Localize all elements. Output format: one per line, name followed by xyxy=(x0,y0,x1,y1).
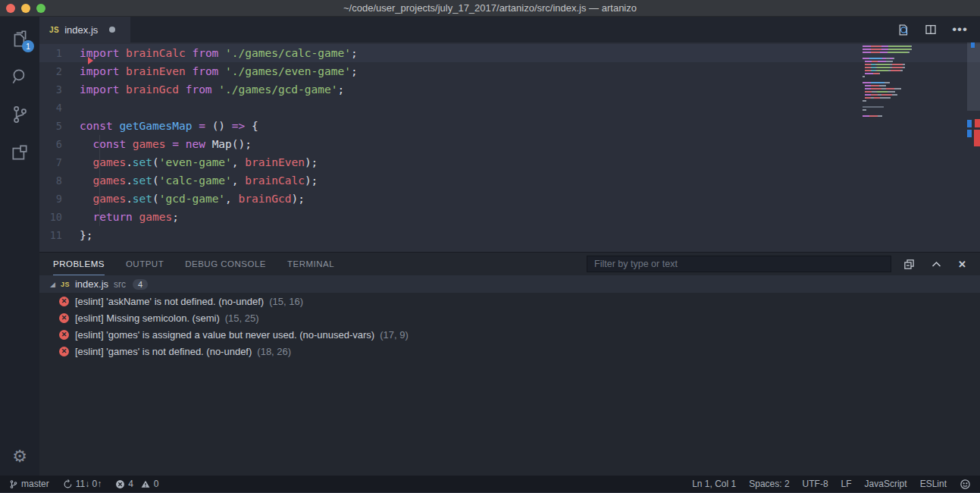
collapse-all-icon[interactable] xyxy=(903,259,915,270)
code-line[interactable]: 5const getGamesMap = () => { xyxy=(39,117,980,135)
problems-file-group[interactable]: ◢ JS index.js src 4 xyxy=(39,275,980,293)
minimap-row xyxy=(863,64,931,65)
code-line[interactable]: 1import brainCalc from './games/calc-gam… xyxy=(39,44,980,62)
problem-row[interactable]: ✕[eslint] 'askName' is not defined. (no-… xyxy=(39,293,980,309)
code-line[interactable]: 9 games.set('gcd-game', brainGcd); xyxy=(39,190,980,208)
problems-file-folder: src xyxy=(114,279,126,290)
line-number: 10 xyxy=(39,208,80,226)
panel-tab-problems[interactable]: PROBLEMS xyxy=(53,253,105,275)
overview-modified-marker xyxy=(967,120,972,127)
problems-indicator[interactable]: 4 0 xyxy=(115,479,158,489)
minimap-row xyxy=(863,46,931,47)
expand-twisty-icon[interactable]: ◢ xyxy=(50,281,55,288)
minimize-window-button[interactable] xyxy=(21,4,30,13)
status-item-utf-8[interactable]: UTF-8 xyxy=(803,479,828,489)
panel-tab-terminal[interactable]: TERMINAL xyxy=(287,253,334,275)
status-item-ln-1-col-1[interactable]: Ln 1, Col 1 xyxy=(692,479,736,489)
error-icon: ✕ xyxy=(59,347,69,356)
status-item-javascript[interactable]: JavaScript xyxy=(865,479,907,489)
explorer-icon[interactable]: 1 xyxy=(8,27,31,50)
tab-indexjs[interactable]: JS index.js xyxy=(39,17,130,42)
problem-message: [eslint] 'gomes' is assigned a value but… xyxy=(75,329,374,341)
explorer-badge: 1 xyxy=(22,40,34,52)
status-item-spaces-2[interactable]: Spaces: 2 xyxy=(749,479,789,489)
problem-row[interactable]: ✕[eslint] Missing semicolon. (semi)(15, … xyxy=(39,309,980,326)
code-line[interactable]: 4 xyxy=(39,99,980,117)
problem-position: (18, 26) xyxy=(257,346,291,357)
activity-bar: 1 ⚙ xyxy=(0,17,39,476)
tab-label: index.js xyxy=(64,24,98,36)
line-text: import brainEven from './games/even-game… xyxy=(80,62,358,80)
line-text: const games = new Map(); xyxy=(80,135,252,153)
editor-scrollbar[interactable] xyxy=(967,42,980,252)
code-line[interactable]: 11}; xyxy=(39,226,980,244)
settings-gear-icon[interactable]: ⚙ xyxy=(12,447,27,466)
line-text: import brainCalc from './games/calc-game… xyxy=(80,44,358,62)
git-deleted-lines-marker[interactable] xyxy=(88,57,93,64)
code-line[interactable]: 2import brainEven from './games/even-gam… xyxy=(39,62,980,80)
minimap-row xyxy=(863,55,931,56)
code-line[interactable]: 6 const games = new Map(); xyxy=(39,135,980,153)
js-file-icon: JS xyxy=(61,281,70,288)
feedback-smiley-icon[interactable] xyxy=(960,479,971,490)
overview-error-marker xyxy=(974,130,980,146)
open-changes-icon[interactable] xyxy=(897,24,910,36)
sync-indicator[interactable]: 11↓ 0↑ xyxy=(63,479,102,489)
window-title: ~/code/user_projects/july_17_2017/artani… xyxy=(343,2,637,14)
code-line[interactable]: 3import brainGcd from './games/gcd-game'… xyxy=(39,80,980,99)
problems-filter-input[interactable] xyxy=(587,256,891,272)
problem-row[interactable]: ✕[eslint] 'gomes' is assigned a value bu… xyxy=(39,326,980,343)
extensions-icon[interactable] xyxy=(8,141,31,164)
panel-header: PROBLEMSOUTPUTDEBUG CONSOLETERMINAL ✕ xyxy=(39,253,980,275)
problem-position: (15, 16) xyxy=(269,296,303,307)
minimap-row xyxy=(863,88,931,89)
line-number: 7 xyxy=(39,153,80,171)
minimap-row xyxy=(863,70,931,71)
problems-list: ✕[eslint] 'askName' is not defined. (no-… xyxy=(39,293,980,476)
close-panel-icon[interactable]: ✕ xyxy=(958,259,966,270)
minimap-row xyxy=(863,73,931,74)
panel-tab-output[interactable]: OUTPUT xyxy=(126,253,164,275)
split-editor-icon[interactable] xyxy=(925,24,937,36)
code-line[interactable]: 7 games.set('even-game', brainEven); xyxy=(39,153,980,171)
line-number: 4 xyxy=(39,99,80,117)
problem-row[interactable]: ✕[eslint] 'games' is not defined. (no-un… xyxy=(39,343,980,360)
minimap-row xyxy=(863,67,931,68)
panel-tabs: PROBLEMSOUTPUTDEBUG CONSOLETERMINAL xyxy=(53,253,355,275)
maximize-panel-icon[interactable] xyxy=(931,259,942,270)
source-control-icon[interactable] xyxy=(8,103,31,126)
tab-bar: JS index.js ••• xyxy=(39,17,980,42)
git-branch-indicator[interactable]: master xyxy=(9,479,49,489)
minimap[interactable] xyxy=(863,46,931,118)
panel-tab-debug-console[interactable]: DEBUG CONSOLE xyxy=(185,253,266,275)
code-line[interactable]: 10 return games; xyxy=(39,208,980,226)
error-icon: ✕ xyxy=(59,330,69,340)
more-actions-icon[interactable]: ••• xyxy=(952,26,968,33)
line-text: import brainGcd from './games/gcd-game'; xyxy=(80,80,344,99)
modified-dot-icon[interactable] xyxy=(109,27,115,33)
status-bar-right: Ln 1, Col 1Spaces: 2UTF-8LFJavaScriptESL… xyxy=(679,479,971,490)
line-text: games.set('calc-game', brainCalc); xyxy=(80,171,318,190)
close-window-button[interactable] xyxy=(6,4,15,13)
search-icon[interactable] xyxy=(8,65,31,88)
status-item-lf[interactable]: LF xyxy=(841,479,852,489)
minimap-row xyxy=(863,79,931,80)
code-line[interactable]: 8 games.set('calc-game', brainCalc); xyxy=(39,171,980,190)
problem-message: [eslint] 'askName' is not defined. (no-u… xyxy=(75,296,264,307)
code-editor[interactable]: 1import brainCalc from './games/calc-gam… xyxy=(39,42,980,252)
line-number: 2 xyxy=(39,62,80,80)
problem-message: [eslint] 'games' is not defined. (no-und… xyxy=(75,346,252,357)
minimap-row xyxy=(863,100,931,102)
overview-error-marker xyxy=(975,119,980,127)
minimap-row xyxy=(863,109,931,111)
minimap-row xyxy=(863,97,931,99)
status-item-eslint[interactable]: ESLint xyxy=(920,479,947,489)
line-number: 9 xyxy=(39,190,80,208)
minimap-row xyxy=(863,76,931,77)
minimap-row xyxy=(863,106,931,108)
sync-counts: 11↓ 0↑ xyxy=(76,479,102,489)
scrollbar-slider[interactable] xyxy=(967,42,980,111)
line-number: 3 xyxy=(39,80,80,99)
zoom-window-button[interactable] xyxy=(36,4,45,13)
problem-message: [eslint] Missing semicolon. (semi) xyxy=(75,312,220,324)
